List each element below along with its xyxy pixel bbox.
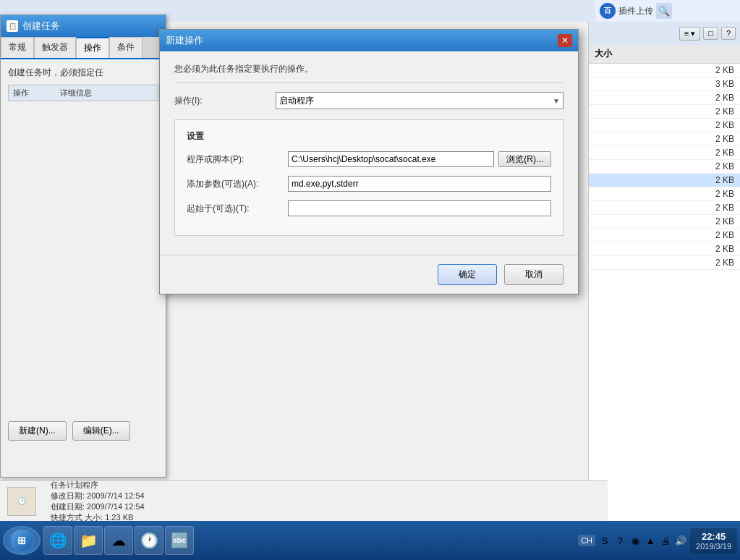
taskbar-right: CH S ? ◉ ▲ 🖨 🔊 22:45 2019/3/19	[578, 528, 737, 553]
file-size-14: 2 KB	[715, 258, 734, 268]
tray-icon-network[interactable]: ◉	[629, 534, 642, 547]
taskbar-app-ime[interactable]: 🔤	[165, 526, 194, 555]
file-row-7[interactable]: 2 KB	[589, 160, 740, 174]
file-row-3[interactable]: 2 KB	[589, 105, 740, 119]
settings-title: 设置	[187, 130, 551, 143]
file-size-9: 2 KB	[715, 189, 734, 199]
clock-icon: 🕐	[140, 532, 158, 549]
baidu-app-icon: ☁	[111, 532, 126, 549]
settings-section: 设置 程序或脚本(P): 浏览(R)... 添加参数(可选)(A): 起始于(可…	[174, 119, 563, 236]
taskbar-app-clock[interactable]: 🕐	[135, 526, 163, 555]
program-row: 程序或脚本(P): 浏览(R)...	[187, 151, 551, 167]
tab-general[interactable]: 常规	[1, 37, 34, 58]
windows-logo-icon: ⊞	[11, 530, 33, 551]
task-buttons: 新建(N)... 编辑(E)...	[8, 421, 130, 441]
baidu-bar: 百 插件上传 🔍	[595, 0, 740, 22]
startdir-row: 起始于(可选)(T):	[187, 200, 551, 216]
new-task-button[interactable]: 新建(N)...	[8, 421, 67, 441]
dialog-title: 新建操作	[166, 34, 203, 47]
action-type-row: 操作(I): 启动程序 ▼	[174, 92, 563, 109]
col-action: 操作	[13, 88, 60, 98]
args-row: 添加参数(可选)(A):	[187, 176, 551, 192]
args-label: 添加参数(可选)(A):	[187, 178, 288, 190]
tray-icon-help[interactable]: ?	[613, 534, 626, 547]
file-row-10[interactable]: 2 KB	[589, 201, 740, 215]
fm-file-list: 2 KB 3 KB 2 KB 2 KB 2 KB 2 KB 2 KB 2 KB …	[589, 64, 740, 270]
taskbar-app-explorer[interactable]: 📁	[74, 526, 103, 555]
chevron-down-icon: ▼	[553, 97, 560, 105]
cancel-button[interactable]: 取消	[504, 264, 563, 285]
startdir-input[interactable]	[288, 200, 551, 216]
ie-icon: 🌐	[49, 532, 67, 549]
task-creator-window: 📋 创建任务 常规 触发器 操作 条件 创建任务时，必须指定任 操作 详细信息 …	[0, 14, 166, 478]
file-row-12[interactable]: 2 KB	[589, 229, 740, 242]
tab-action[interactable]: 操作	[76, 37, 109, 58]
dialog-footer: 确定 取消	[160, 255, 578, 294]
taskbar-apps: 🌐 📁 ☁ 🕐 🔤	[43, 526, 578, 555]
file-row-4[interactable]: 2 KB	[589, 119, 740, 132]
language-button[interactable]: CH	[578, 535, 595, 546]
dialog-body: 您必须为此任务指定要执行的操作。 操作(I): 启动程序 ▼ 设置 程序或脚本(…	[160, 51, 578, 255]
fm-right-panel: ≡ ▾ □ ? 大小 2 KB 3 KB 2 KB 2 KB 2 KB 2 KB…	[588, 22, 740, 521]
file-size-5: 2 KB	[715, 134, 734, 144]
ime-icon: 🔤	[171, 532, 189, 549]
program-label: 程序或脚本(P):	[187, 153, 288, 166]
taskbar-app-ie[interactable]: 🌐	[43, 526, 72, 555]
file-row-13[interactable]: 2 KB	[589, 242, 740, 256]
table-header: 操作 详细信息	[8, 85, 158, 101]
task-window-title: 创建任务	[22, 20, 60, 33]
browse-button[interactable]: 浏览(R)...	[498, 151, 551, 167]
tab-trigger[interactable]: 触发器	[34, 37, 76, 58]
task-window-titlebar: 📋 创建任务	[1, 15, 166, 37]
new-action-dialog: 新建操作 ✕ 您必须为此任务指定要执行的操作。 操作(I): 启动程序 ▼ 设置…	[159, 29, 579, 294]
action-select-value: 启动程序	[279, 95, 314, 107]
explorer-icon: 📁	[80, 532, 98, 549]
file-row-5[interactable]: 2 KB	[589, 132, 740, 146]
file-row-8[interactable]: 2 KB	[589, 174, 740, 187]
file-row-0[interactable]: 2 KB	[589, 64, 740, 77]
layout-button[interactable]: □	[703, 27, 718, 40]
status-label1: 任务计划程序	[51, 480, 145, 491]
edit-task-button[interactable]: 编辑(E)...	[72, 421, 130, 441]
file-size-7: 2 KB	[715, 161, 734, 171]
dialog-titlebar: 新建操作 ✕	[160, 30, 578, 51]
search-icon[interactable]: 🔍	[656, 3, 672, 19]
start-button[interactable]: ⊞	[3, 526, 41, 555]
file-size-4: 2 KB	[715, 120, 734, 130]
file-row-14[interactable]: 2 KB	[589, 256, 740, 270]
tray-icon-volume[interactable]: 🔊	[674, 534, 687, 547]
status-detail1: 修改日期: 2009/7/14 12:54	[51, 491, 145, 501]
status-detail2: 创建日期: 2009/7/14 12:54	[51, 501, 145, 512]
file-size-11: 2 KB	[715, 216, 734, 226]
file-row-9[interactable]: 2 KB	[589, 187, 740, 201]
file-size-0: 2 KB	[715, 65, 734, 75]
dialog-close-button[interactable]: ✕	[558, 34, 572, 47]
baidu-label[interactable]: 插件上传	[618, 5, 653, 17]
file-row-1[interactable]: 3 KB	[589, 77, 740, 91]
tray-icons: S ? ◉ ▲ 🖨 🔊	[598, 534, 687, 547]
file-row-2[interactable]: 2 KB	[589, 91, 740, 105]
action-select[interactable]: 启动程序 ▼	[276, 92, 563, 109]
tray-icon-printer[interactable]: 🖨	[659, 534, 672, 547]
args-input[interactable]	[288, 176, 551, 192]
dialog-intro: 您必须为此任务指定要执行的操作。	[174, 63, 563, 83]
file-size-6: 2 KB	[715, 148, 734, 158]
file-row-6[interactable]: 2 KB	[589, 146, 740, 160]
tray-expand-icon[interactable]: ▲	[644, 534, 657, 547]
file-size-10: 2 KB	[715, 203, 734, 213]
clock-time: 22:45	[696, 531, 731, 542]
ok-button[interactable]: 确定	[438, 264, 497, 285]
fm-header-size: 大小	[589, 45, 740, 64]
help-button[interactable]: ?	[721, 27, 736, 40]
tab-condition[interactable]: 条件	[109, 37, 143, 58]
tray-icon-s[interactable]: S	[598, 534, 611, 547]
task-window-icon: 📋	[7, 20, 18, 32]
view-toggle-button[interactable]: ≡ ▾	[679, 27, 700, 41]
clock-area[interactable]: 22:45 2019/3/19	[690, 528, 737, 553]
task-content: 创建任务时，必须指定任 操作 详细信息	[1, 59, 166, 109]
file-row-11[interactable]: 2 KB	[589, 215, 740, 229]
program-input[interactable]	[288, 151, 494, 167]
col-detail: 详细信息	[60, 88, 153, 98]
clock-date: 2019/3/19	[696, 542, 731, 551]
taskbar-app-baidu[interactable]: ☁	[104, 526, 133, 555]
